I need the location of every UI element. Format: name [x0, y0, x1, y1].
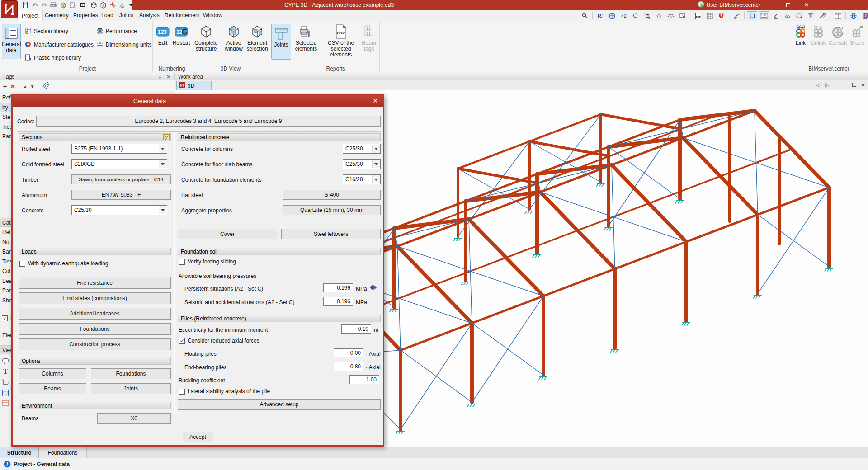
move-tag-up-button[interactable]: ▲	[23, 84, 28, 89]
zoom-all-icon[interactable]	[607, 11, 617, 20]
menu-reinforcement[interactable]: Reinforcement	[160, 10, 204, 21]
element-selection-button[interactable]: Element selection	[245, 24, 270, 52]
bimserver-user[interactable]: User BIMserver.center	[698, 0, 760, 10]
numbering-restart-button[interactable]: 12 Restart	[172, 24, 191, 46]
menu-analysis[interactable]: Analysis	[135, 10, 164, 21]
menu-load[interactable]: Load	[97, 10, 118, 21]
construction-process-button[interactable]: Construction process	[19, 338, 171, 350]
snap-magnet-icon[interactable]	[716, 11, 726, 20]
restore-view-icon[interactable]	[852, 82, 856, 88]
dxf-template-icon[interactable]: DXF	[693, 11, 703, 20]
reduced-axial-forces-checkbox[interactable]: ✓ Consider reduced axial forces	[179, 338, 259, 344]
menu-project[interactable]: Project	[17, 10, 43, 21]
tag-label-button[interactable]: I	[42, 82, 50, 91]
accept-button[interactable]: Accept	[183, 432, 213, 442]
active-window-button[interactable]: Active window	[221, 24, 246, 52]
minimize-view-icon[interactable]: ―	[841, 82, 846, 88]
bar-steel-button[interactable]: S-400	[283, 190, 381, 200]
concrete-dropdown[interactable]: C25/30	[71, 205, 167, 215]
prev-view-arrow-icon[interactable]: ◁	[816, 82, 820, 88]
ortho-mode-icon[interactable]	[747, 11, 757, 20]
redraw-icon[interactable]	[630, 11, 641, 20]
cold-formed-steel-dropdown[interactable]: S280GD	[71, 159, 167, 169]
options-joints-button[interactable]: Joints	[91, 383, 171, 394]
bim-share-button[interactable]: Share	[848, 24, 867, 46]
menu-geometry[interactable]: Geometry	[41, 10, 73, 21]
add-tag-button[interactable]: +	[3, 82, 7, 91]
search-icon[interactable]	[580, 11, 590, 20]
tools-icon[interactable]	[817, 11, 828, 20]
text-tool-icon[interactable]: T	[1, 367, 9, 376]
dwg-layers-icon[interactable]	[704, 11, 715, 20]
dialog-close-icon[interactable]: ✕	[371, 97, 379, 104]
tab-foundations[interactable]: Foundations	[39, 447, 87, 458]
timber-button[interactable]: Sawn, from conifers or poplars - C14	[71, 174, 171, 184]
pan-icon[interactable]	[654, 11, 664, 20]
maximize-button[interactable]	[781, 0, 795, 10]
options-columns-button[interactable]: Columns	[19, 368, 86, 379]
additional-loadcases-button[interactable]: Additional loadcases	[19, 308, 171, 320]
tab-structure[interactable]: Structure	[0, 447, 39, 458]
options-beams-button[interactable]: Beams	[19, 383, 86, 394]
web-globe-icon[interactable]	[848, 11, 859, 20]
select-region-icon[interactable]	[794, 11, 804, 20]
orbit-icon[interactable]	[665, 11, 676, 20]
concrete-floor-dropdown[interactable]: C25/30	[343, 159, 381, 169]
persistent-pressure-field[interactable]: 0.196	[323, 283, 353, 292]
dimensioning-units-button[interactable]: u Dimensioning units	[96, 41, 151, 48]
filter-icon[interactable]	[806, 11, 816, 20]
dynamic-earthquake-checkbox[interactable]: With dynamic earthquake loading	[19, 260, 108, 267]
steel-leftovers-button[interactable]: Steel leftovers	[281, 229, 381, 239]
section-library-button[interactable]: Section library	[24, 28, 68, 35]
beam-tags-button[interactable]: IIII Beam tags	[359, 24, 379, 52]
zoom-window-icon[interactable]	[642, 11, 652, 20]
move-tag-down-button[interactable]: ▼	[30, 84, 35, 89]
angle-icon[interactable]	[770, 11, 781, 20]
menu-joints[interactable]: Joints	[115, 10, 137, 21]
performance-button[interactable]: Performance	[96, 28, 137, 35]
aggregate-properties-button[interactable]: Quartzite (15 mm), 30 mm	[283, 205, 381, 215]
zoom-previous-icon[interactable]: R	[595, 11, 605, 20]
next-view-arrow-icon[interactable]: ▷	[825, 82, 829, 88]
floating-piles-field[interactable]: 0.00	[334, 348, 363, 357]
selected-elements-report-button[interactable]: I Selected elements	[293, 24, 319, 52]
measure-icon[interactable]	[731, 11, 742, 20]
split-window-icon[interactable]	[833, 11, 843, 20]
close-panel-icon[interactable]: ✕	[166, 74, 171, 80]
limit-states-button[interactable]: Limit states (combinations)	[19, 292, 171, 304]
plastic-hinge-library-button[interactable]: Plastic hinge library	[24, 54, 81, 61]
tab-3d[interactable]: 3D	[176, 81, 212, 90]
bim-link-button[interactable]: Link	[792, 24, 809, 46]
foundations-button[interactable]: Foundations	[19, 323, 171, 335]
comment-icon[interactable]	[1, 357, 9, 365]
buckling-coefficient-field[interactable]: 1.00	[349, 375, 379, 384]
end-bearing-piles-field[interactable]: 0.80	[334, 362, 363, 371]
delete-tag-button[interactable]: ✕	[10, 83, 15, 90]
collapse-panel-icon[interactable]: ⌄	[158, 74, 162, 80]
concrete-foundation-dropdown[interactable]: C16/20	[343, 174, 381, 184]
bim-consult-button[interactable]: Consult	[828, 24, 848, 46]
rolled-steel-dropdown[interactable]: S275 (EN 1993-1-1)	[71, 144, 167, 154]
csv-report-button[interactable]: CSV CSV of the selected elements	[320, 24, 362, 58]
cover-button[interactable]: Cover	[178, 229, 277, 239]
environment-beams-button[interactable]: X0	[97, 413, 171, 424]
help-book-icon[interactable]: ?	[860, 11, 868, 20]
seismic-pressure-field[interactable]: 0.196	[323, 297, 353, 306]
send-to-window-icon[interactable]	[677, 11, 688, 20]
joints-toggle-button[interactable]: Joints	[271, 24, 291, 60]
aluminium-button[interactable]: EN AW-5083 - F	[71, 190, 171, 200]
eccentricity-field[interactable]: 0.10	[341, 324, 371, 334]
numbering-edit-button[interactable]: 123 Edit	[154, 24, 172, 46]
table-grid-icon[interactable]	[1, 399, 9, 407]
bim-unlink-button[interactable]: Unlink	[809, 24, 827, 46]
manufacturer-catalogues-button[interactable]: Manufacturer catalogues	[24, 41, 94, 48]
verify-footing-sliding-checkbox[interactable]: Verify footing sliding	[179, 258, 236, 265]
protractor-icon[interactable]	[782, 11, 793, 20]
options-foundations-button[interactable]: Foundations	[91, 368, 171, 379]
advanced-setup-button[interactable]: Advanced setup	[178, 399, 381, 410]
concrete-columns-dropdown[interactable]: C25/30	[343, 144, 381, 154]
restore-default-arrow-icon[interactable]	[369, 283, 378, 293]
zoom-x2-icon[interactable]: ×2	[618, 11, 629, 20]
axes-icon[interactable]: yx	[1, 378, 9, 386]
general-data-button[interactable]: General data	[2, 24, 21, 59]
